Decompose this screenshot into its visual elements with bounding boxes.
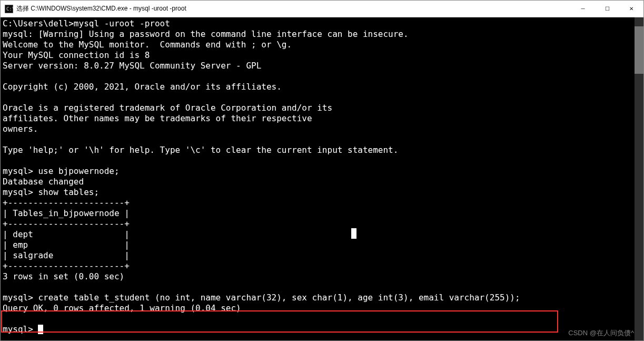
cmd-icon: C:\ xyxy=(5,5,13,13)
scrollbar-track[interactable] xyxy=(635,17,643,340)
terminal-line: Welcome to the MySQL monitor. Commands e… xyxy=(3,40,641,50)
minimize-button[interactable]: ─ xyxy=(571,1,595,17)
terminal-line: +-----------------------+ xyxy=(3,198,641,208)
terminal-area[interactable]: C:\Users\dell>mysql -uroot -prootmysql: … xyxy=(1,17,643,340)
terminal-line: mysql> show tables; xyxy=(3,187,641,198)
close-button[interactable]: ✕ xyxy=(619,1,643,17)
terminal-line: mysql: [Warning] Using a password on the… xyxy=(3,29,641,40)
terminal-line: mysql> use bjpowernode; xyxy=(3,166,641,177)
terminal-line xyxy=(3,282,641,293)
terminal-line: Copyright (c) 2000, 2021, Oracle and/or … xyxy=(3,82,641,92)
titlebar[interactable]: C:\ 选择 C:\WINDOWS\system32\CMD.exe - mys… xyxy=(1,1,643,17)
terminal-line: Query OK, 0 rows affected, 1 warning (0.… xyxy=(3,303,641,314)
terminal-line: Server version: 8.0.27 MySQL Community S… xyxy=(3,61,641,71)
cmd-window: C:\ 选择 C:\WINDOWS\system32\CMD.exe - mys… xyxy=(0,0,644,341)
svg-text:C:\: C:\ xyxy=(6,6,13,12)
terminal-line: Database changed xyxy=(3,177,641,187)
terminal-line: | dept | xyxy=(3,229,641,240)
prompt-cursor xyxy=(38,325,43,334)
terminal-line: mysql> xyxy=(3,324,641,335)
terminal-line: | Tables_in_bjpowernode | xyxy=(3,208,641,219)
terminal-line xyxy=(3,155,641,166)
terminal-line: Oracle is a registered trademark of Orac… xyxy=(3,103,641,113)
terminal-line: +-----------------------+ xyxy=(3,261,641,271)
terminal-line: C:\Users\dell>mysql -uroot -proot xyxy=(3,18,641,29)
selection-cursor xyxy=(351,228,356,239)
terminal-line: | salgrade | xyxy=(3,250,641,261)
scrollbar-thumb[interactable] xyxy=(635,26,643,74)
window-controls: ─ ☐ ✕ xyxy=(571,1,643,17)
terminal-line: 3 rows in set (0.00 sec) xyxy=(3,271,641,282)
maximize-button[interactable]: ☐ xyxy=(595,1,619,17)
terminal-line: | emp | xyxy=(3,240,641,250)
terminal-line: +-----------------------+ xyxy=(3,219,641,229)
terminal-line xyxy=(3,134,641,145)
terminal-line: mysql> create table t_student (no int, n… xyxy=(3,293,641,303)
terminal-line: owners. xyxy=(3,124,641,134)
terminal-line xyxy=(3,71,641,82)
watermark-text: CSDN @在人间负债^ xyxy=(568,328,634,338)
window-title: 选择 C:\WINDOWS\system32\CMD.exe - mysql -… xyxy=(16,4,571,13)
terminal-line: Your MySQL connection id is 8 xyxy=(3,50,641,61)
terminal-line xyxy=(3,92,641,103)
terminal-line xyxy=(3,314,641,324)
terminal-line: Type 'help;' or '\h' for help. Type '\c'… xyxy=(3,145,641,155)
terminal-line: affiliates. Other names may be trademark… xyxy=(3,113,641,124)
